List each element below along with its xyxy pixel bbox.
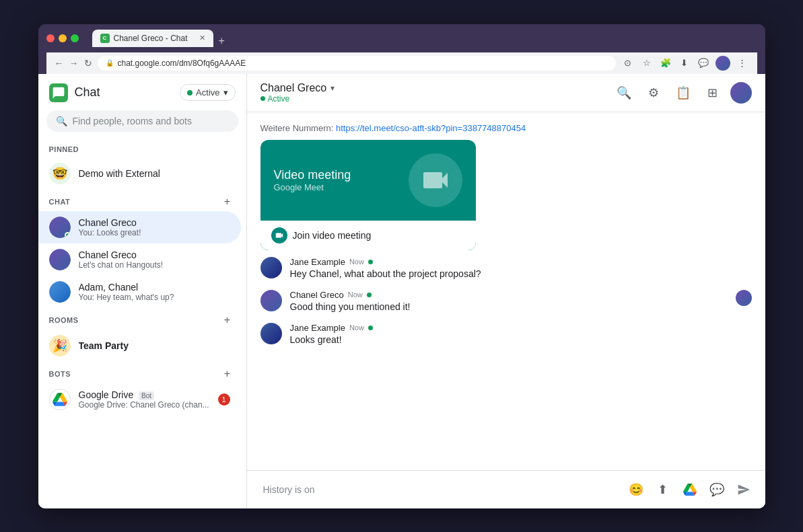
message-content-3: Jane Example Now Looks great! bbox=[290, 323, 752, 345]
add-bot-btn[interactable]: + bbox=[219, 366, 236, 382]
message-sender-1: Jane Example bbox=[290, 257, 345, 267]
tab-favicon: C bbox=[100, 34, 110, 43]
meet-link[interactable]: https://tel.meet/cso-atft-skb?pin=338774… bbox=[336, 123, 526, 133]
search-placeholder: Find people, rooms and bots bbox=[73, 116, 192, 126]
message-meta-2: Chanel Greco Now bbox=[290, 290, 728, 300]
tab-bar: C Chanel Greco - Chat ✕ + bbox=[92, 30, 230, 47]
chat-logo bbox=[49, 83, 68, 102]
archive-btn[interactable]: 📋 bbox=[671, 81, 695, 105]
add-room-btn[interactable]: + bbox=[219, 312, 236, 328]
video-card-text: Video meeting Google Meet bbox=[274, 168, 351, 192]
chanel-hangouts-sub: Let's chat on Hangouts! bbox=[79, 260, 230, 270]
video-camera-icon bbox=[409, 153, 462, 207]
apps-btn[interactable]: ⊞ bbox=[701, 81, 725, 105]
bookmark-btn[interactable]: ☆ bbox=[640, 56, 654, 70]
settings-btn[interactable]: ⚙ bbox=[641, 81, 666, 105]
chanel-hangouts-name: Chanel Greco bbox=[79, 250, 230, 260]
chanel-hangouts-avatar bbox=[49, 249, 71, 270]
sidebar-header: Chat Active ▾ bbox=[38, 74, 246, 108]
message-time-1: Now bbox=[349, 258, 364, 266]
new-tab-btn[interactable]: + bbox=[213, 35, 230, 47]
contact-info: Chanel Greco ▾ Active bbox=[260, 82, 335, 104]
sidebar-item-adam-chanel[interactable]: Adam, Chanel You: Hey team, what's up? bbox=[38, 276, 241, 308]
extension-puzzle-btn[interactable]: 🧩 bbox=[659, 56, 672, 70]
contact-dropdown-icon[interactable]: ▾ bbox=[330, 83, 335, 93]
adam-chanel-avatar bbox=[49, 281, 71, 303]
message-meta-1: Jane Example Now bbox=[290, 257, 752, 267]
chanel-active-name: Chanel Greco bbox=[79, 217, 230, 228]
message-group-2: Chanel Greco Now Good thing you mentione… bbox=[260, 290, 752, 312]
adam-chanel-name: Adam, Chanel bbox=[79, 282, 230, 293]
float-avatar bbox=[736, 290, 752, 306]
active-tab[interactable]: C Chanel Greco - Chat ✕ bbox=[92, 30, 213, 47]
join-meeting-btn[interactable]: Join video meeting bbox=[260, 221, 476, 250]
messages-area: Weitere Nummern: https://tel.meet/cso-at… bbox=[247, 112, 765, 470]
google-drive-name: Google Drive Bot bbox=[79, 389, 210, 400]
reload-btn[interactable]: ↻ bbox=[84, 58, 92, 69]
add-chat-btn[interactable]: + bbox=[219, 194, 236, 210]
adam-chanel-sub: You: Hey team, what's up? bbox=[79, 293, 230, 302]
more-menu-btn[interactable]: ⋮ bbox=[736, 56, 749, 70]
search-chat-btn[interactable]: 🔍 bbox=[612, 81, 636, 105]
emoji-btn[interactable]: 😊 bbox=[625, 479, 647, 500]
browser-chrome: C Chanel Greco - Chat ✕ + ← → ↻ 🔒 chat.g… bbox=[38, 24, 765, 74]
sidebar-item-google-drive[interactable]: Google Drive Bot Google Drive: Chanel Gr… bbox=[38, 383, 241, 416]
status-dropdown[interactable]: Active ▾ bbox=[180, 84, 235, 101]
chat-apps-btn[interactable]: 💬 bbox=[706, 479, 728, 500]
address-bar[interactable]: 🔒 chat.google.com/dm/8Ofq6gAAAAE bbox=[98, 56, 616, 71]
pinned-label: PINNED bbox=[49, 145, 79, 153]
traffic-lights bbox=[46, 34, 79, 42]
sidebar-item-team-party[interactable]: 🎉 Team Party bbox=[38, 330, 241, 362]
jane-avatar-3 bbox=[260, 323, 282, 344]
tab-title: Chanel Greco - Chat bbox=[114, 34, 188, 43]
maximize-window-btn[interactable] bbox=[71, 34, 79, 42]
tab-close-btn[interactable]: ✕ bbox=[199, 34, 205, 42]
sidebar: Chat Active ▾ 🔍 Find people, rooms and b… bbox=[38, 74, 247, 508]
account-btn[interactable]: ⊙ bbox=[621, 56, 635, 70]
team-party-name: Team Party bbox=[79, 340, 230, 351]
drive-btn[interactable] bbox=[679, 479, 701, 500]
sidebar-title: Chat bbox=[75, 85, 100, 100]
video-card-content: Video meeting Google Meet bbox=[260, 140, 476, 221]
adam-chanel-text: Adam, Chanel You: Hey team, what's up? bbox=[79, 282, 230, 302]
forward-btn[interactable]: → bbox=[69, 58, 79, 69]
sender-online-dot-1 bbox=[368, 260, 373, 264]
send-btn[interactable] bbox=[733, 479, 755, 500]
search-bar[interactable]: 🔍 Find people, rooms and bots bbox=[46, 110, 238, 132]
extension-download-btn[interactable]: ⬇ bbox=[678, 56, 691, 70]
minimize-window-btn[interactable] bbox=[59, 34, 67, 42]
join-meeting-label: Join video meeting bbox=[293, 230, 372, 241]
sidebar-item-chanel-hangouts[interactable]: Chanel Greco Let's chat on Hangouts! bbox=[38, 243, 241, 276]
contact-name: Chanel Greco bbox=[260, 82, 327, 94]
chanel-active-text: Chanel Greco You: Looks great! bbox=[79, 217, 230, 237]
bots-label: BOTS bbox=[49, 370, 71, 378]
demo-external-avatar: 🤓 bbox=[49, 163, 71, 184]
back-btn[interactable]: ← bbox=[55, 58, 64, 69]
address-text: chat.google.com/dm/8Ofq6gAAAAE bbox=[118, 59, 246, 68]
chanel-hangouts-text: Chanel Greco Let's chat on Hangouts! bbox=[79, 250, 230, 270]
profile-avatar[interactable] bbox=[715, 56, 730, 71]
video-card-title: Video meeting bbox=[274, 168, 351, 182]
rooms-label: ROOMS bbox=[49, 316, 79, 324]
sender-online-dot-3 bbox=[368, 326, 373, 330]
message-content-1: Jane Example Now Hey Chanel, what about … bbox=[290, 257, 752, 279]
google-drive-sub: Google Drive: Chanel Greco (chan... bbox=[79, 400, 210, 410]
message-input[interactable]: History is on bbox=[258, 484, 620, 495]
search-icon: 🔍 bbox=[56, 116, 67, 126]
main-chat: Chanel Greco ▾ Active 🔍 ⚙ 📋 ⊞ bbox=[247, 74, 765, 508]
sidebar-item-chanel-active[interactable]: Chanel Greco You: Looks great! bbox=[38, 211, 241, 243]
message-text-1: Hey Chanel, what about the project propo… bbox=[290, 268, 752, 279]
close-window-btn[interactable] bbox=[46, 34, 55, 42]
message-text-3: Looks great! bbox=[290, 334, 752, 345]
chanel-active-sub: You: Looks great! bbox=[79, 228, 230, 237]
status-dot bbox=[260, 96, 265, 101]
status-dot bbox=[187, 90, 193, 96]
chanel-active-avatar bbox=[49, 217, 71, 238]
upload-btn[interactable]: ⬆ bbox=[652, 479, 674, 500]
unread-badge: 1 bbox=[218, 393, 230, 406]
sidebar-item-demo-external[interactable]: 🤓 Demo with External bbox=[38, 157, 241, 190]
header-user-avatar[interactable] bbox=[730, 82, 752, 104]
online-dot bbox=[65, 232, 71, 238]
extension-chat-btn[interactable]: 💬 bbox=[697, 56, 710, 70]
chat-section-header: CHAT + bbox=[38, 190, 246, 211]
